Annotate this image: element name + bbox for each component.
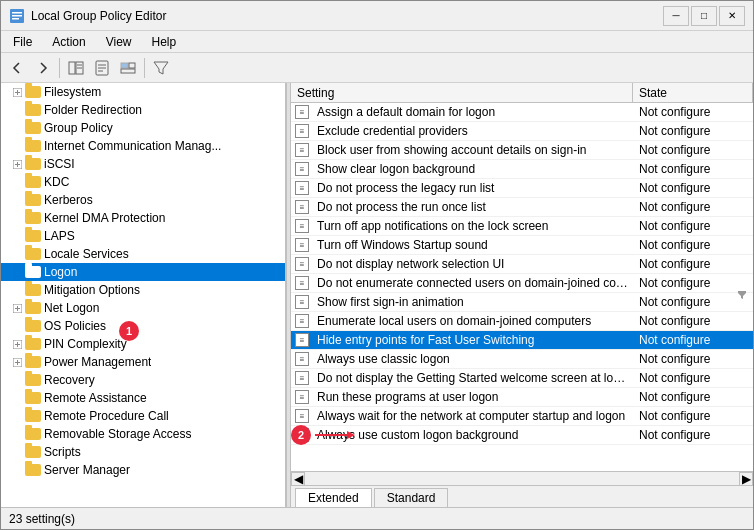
tree-item[interactable]: Folder Redirection — [1, 101, 285, 119]
menu-action[interactable]: Action — [44, 33, 93, 51]
close-button[interactable]: ✕ — [719, 6, 745, 26]
tree-expand-icon[interactable] — [9, 174, 25, 190]
tree-item[interactable]: LAPS — [1, 227, 285, 245]
tree-item[interactable]: Scripts — [1, 443, 285, 461]
tree-item[interactable]: Filesystem — [1, 83, 285, 101]
setting-row[interactable]: Do not display the Getting Started welco… — [291, 369, 753, 388]
setting-row[interactable]: Assign a default domain for logonNot con… — [291, 103, 753, 122]
setting-row[interactable]: Do not process the run once listNot conf… — [291, 198, 753, 217]
scroll-right-button[interactable]: ▶ — [739, 472, 753, 486]
tree-expand-icon[interactable] — [9, 408, 25, 424]
policy-icon — [291, 350, 313, 368]
tree-item[interactable]: Logon — [1, 263, 285, 281]
svg-rect-2 — [12, 15, 22, 17]
tree-expand-icon[interactable] — [9, 282, 25, 298]
tree-expand-icon[interactable] — [9, 192, 25, 208]
tab-bar: Extended Standard — [291, 485, 753, 507]
tree-item[interactable]: Kernel DMA Protection — [1, 209, 285, 227]
setting-row[interactable]: Show first sign-in animationNot configur… — [291, 293, 753, 312]
tree-expand-icon[interactable] — [9, 246, 25, 262]
tree-expand-icon[interactable] — [9, 138, 25, 154]
tab-standard[interactable]: Standard — [374, 488, 449, 507]
folder-icon — [25, 156, 41, 172]
setting-row[interactable]: Do not process the legacy run listNot co… — [291, 179, 753, 198]
setting-state: Not configure — [633, 256, 753, 272]
setting-row[interactable]: Always use custom logon backgroundNot co… — [291, 426, 753, 445]
tree-item[interactable]: Removable Storage Access — [1, 425, 285, 443]
forward-button[interactable] — [31, 56, 55, 80]
tree-expand-icon[interactable] — [9, 264, 25, 280]
tree-item[interactable]: OS Policies — [1, 317, 285, 335]
tree-item[interactable]: KDC — [1, 173, 285, 191]
setting-state: Not configure — [633, 180, 753, 196]
menu-file[interactable]: File — [5, 33, 40, 51]
policy-icon — [291, 179, 313, 197]
tree-item[interactable]: iSCSI — [1, 155, 285, 173]
h-scrollbar[interactable]: ◀ ▶ — [291, 471, 753, 485]
maximize-button[interactable]: □ — [691, 6, 717, 26]
tree-expand-icon[interactable] — [9, 336, 25, 352]
tree-item[interactable]: Recovery — [1, 371, 285, 389]
tree-item[interactable]: Remote Procedure Call — [1, 407, 285, 425]
tree-item[interactable]: Group Policy — [1, 119, 285, 137]
menu-help[interactable]: Help — [144, 33, 185, 51]
tree-expand-icon[interactable] — [9, 444, 25, 460]
title-bar: Local Group Policy Editor ─ □ ✕ — [1, 1, 753, 31]
tree-item-label: Locale Services — [44, 247, 129, 261]
tree-container[interactable]: FilesystemFolder RedirectionGroup Policy… — [1, 83, 285, 507]
setting-row[interactable]: Always use classic logonNot configure — [291, 350, 753, 369]
setting-name: Show clear logon background — [313, 161, 633, 177]
tree-item[interactable]: Mitigation Options — [1, 281, 285, 299]
setting-row[interactable]: Turn off app notifications on the lock s… — [291, 217, 753, 236]
tree-expand-icon[interactable] — [9, 102, 25, 118]
menu-view[interactable]: View — [98, 33, 140, 51]
tree-item[interactable]: Power Management — [1, 353, 285, 371]
setting-row[interactable]: Always wait for the network at computer … — [291, 407, 753, 426]
tree-item[interactable]: Server Manager — [1, 461, 285, 479]
tree-expand-icon[interactable] — [9, 462, 25, 478]
setting-row[interactable]: Exclude credential providersNot configur… — [291, 122, 753, 141]
tree-item[interactable]: Remote Assistance — [1, 389, 285, 407]
tree-expand-icon[interactable] — [9, 390, 25, 406]
setting-row[interactable]: Block user from showing account details … — [291, 141, 753, 160]
tree-item[interactable]: PIN Complexity — [1, 335, 285, 353]
tree-expand-icon[interactable] — [9, 354, 25, 370]
policy-icon — [291, 198, 313, 216]
tree-expand-icon[interactable] — [9, 318, 25, 334]
setting-row[interactable]: Do not display network selection UINot c… — [291, 255, 753, 274]
setting-row[interactable]: Do not enumerate connected users on doma… — [291, 274, 753, 293]
tab-extended[interactable]: Extended — [295, 488, 372, 507]
setting-row[interactable]: Run these programs at user logonNot conf… — [291, 388, 753, 407]
tree-item[interactable]: Locale Services — [1, 245, 285, 263]
tree-item[interactable]: Internet Communication Manag... — [1, 137, 285, 155]
setting-name: Do not process the legacy run list — [313, 180, 633, 196]
filter-button[interactable] — [149, 56, 173, 80]
properties-button[interactable] — [90, 56, 114, 80]
setting-column-header[interactable]: Setting — [291, 83, 633, 102]
settings-list[interactable]: Assign a default domain for logonNot con… — [291, 103, 753, 471]
tree-item-label: Power Management — [44, 355, 151, 369]
show-hide-button[interactable] — [64, 56, 88, 80]
tree-expand-icon[interactable] — [9, 210, 25, 226]
tree-item-label: iSCSI — [44, 157, 75, 171]
setting-row[interactable]: Show clear logon backgroundNot configure — [291, 160, 753, 179]
state-column-header[interactable]: State — [633, 83, 753, 102]
tree-expand-icon[interactable] — [9, 300, 25, 316]
setting-row[interactable]: Turn off Windows Startup soundNot config… — [291, 236, 753, 255]
tree-expand-icon[interactable] — [9, 84, 25, 100]
minimize-button[interactable]: ─ — [663, 6, 689, 26]
back-button[interactable] — [5, 56, 29, 80]
right-pane: Setting State Assign a default domain fo… — [291, 83, 753, 507]
policy-icon — [291, 236, 313, 254]
tree-item[interactable]: Kerberos — [1, 191, 285, 209]
tree-expand-icon[interactable] — [9, 426, 25, 442]
tree-expand-icon[interactable] — [9, 120, 25, 136]
tree-expand-icon[interactable] — [9, 372, 25, 388]
scroll-left-button[interactable]: ◀ — [291, 472, 305, 486]
setting-row[interactable]: Enumerate local users on domain-joined c… — [291, 312, 753, 331]
tree-expand-icon[interactable] — [9, 228, 25, 244]
view2-button[interactable] — [116, 56, 140, 80]
tree-expand-icon[interactable] — [9, 156, 25, 172]
setting-row[interactable]: Hide entry points for Fast User Switchin… — [291, 331, 753, 350]
tree-item[interactable]: Net Logon — [1, 299, 285, 317]
